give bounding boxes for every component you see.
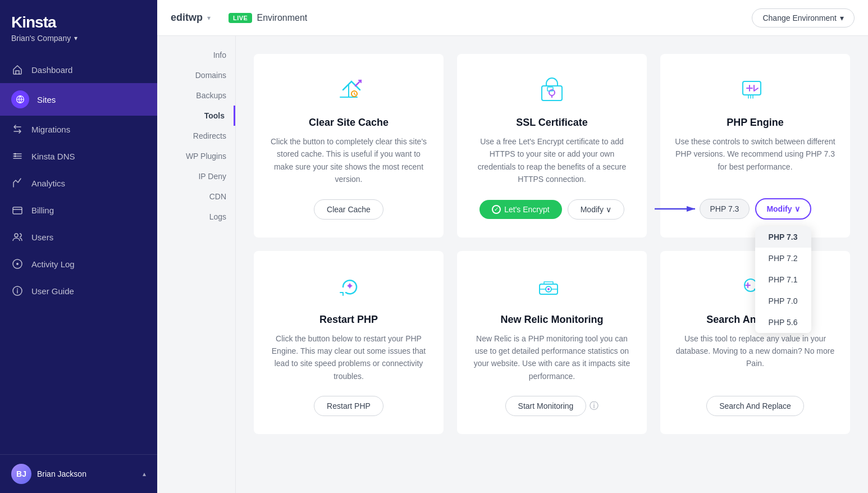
live-badge: LIVE bbox=[229, 13, 252, 23]
sidebar-item-label: Dashboard bbox=[31, 65, 72, 75]
sub-nav-cdn[interactable]: CDN bbox=[157, 186, 235, 207]
sidebar-item-kinsta-dns[interactable]: Kinsta DNS bbox=[0, 143, 157, 170]
sub-nav-logs[interactable]: Logs bbox=[157, 207, 235, 227]
svg-rect-3 bbox=[13, 207, 22, 214]
tool-description: Use these controls to switch between dif… bbox=[674, 135, 837, 185]
php-version-option-7-0[interactable]: PHP 7.0 bbox=[755, 290, 811, 312]
sidebar-item-analytics[interactable]: Analytics bbox=[0, 170, 157, 197]
tool-description: Use a free Let's Encrypt certificate to … bbox=[470, 135, 633, 186]
lets-encrypt-button[interactable]: ✓ Let's Encrypt bbox=[479, 200, 562, 219]
avatar: BJ bbox=[11, 464, 31, 484]
tool-description: Click the button below to restart your P… bbox=[267, 332, 430, 383]
content-area: Info Domains Backups Tools Redirects WP … bbox=[157, 36, 868, 493]
tool-title: Clear Site Cache bbox=[309, 117, 389, 129]
start-monitoring-button[interactable]: Start Monitoring bbox=[505, 396, 587, 416]
sidebar-item-sites[interactable]: Sites bbox=[0, 83, 157, 116]
new-relic-help-icon: ⓘ bbox=[590, 400, 599, 412]
svg-point-6 bbox=[16, 263, 19, 265]
user-profile-button[interactable]: BJ Brian Jackson bbox=[11, 464, 86, 484]
sidebar-item-dashboard[interactable]: Dashboard bbox=[0, 56, 157, 83]
php-version-option-5-6[interactable]: PHP 5.6 bbox=[755, 312, 811, 333]
lets-encrypt-circle-icon: ✓ bbox=[492, 205, 501, 214]
tool-card-restart-php: Restart PHP Click the button below to re… bbox=[254, 251, 444, 435]
php-version-option-7-1[interactable]: PHP 7.1 bbox=[755, 269, 811, 290]
sub-nav-redirects[interactable]: Redirects bbox=[157, 126, 235, 146]
sidebar-item-label: Migrations bbox=[31, 125, 70, 134]
logo-text: Kinsta bbox=[11, 13, 146, 31]
activity-icon bbox=[11, 258, 24, 270]
tool-description: Click the button to completely clear thi… bbox=[267, 135, 430, 186]
ssl-modify-button[interactable]: Modify ∨ bbox=[568, 199, 624, 220]
main-wrapper: editwp ▾ LIVE Environment Change Environ… bbox=[157, 0, 868, 493]
site-dropdown-icon[interactable]: ▾ bbox=[207, 14, 211, 22]
sub-nav-tools[interactable]: Tools bbox=[157, 106, 235, 126]
tool-card-new-relic: New Relic Monitoring New Relic is a PHP … bbox=[457, 251, 647, 435]
sub-nav-domains[interactable]: Domains bbox=[157, 65, 235, 85]
sidebar-item-users[interactable]: Users bbox=[0, 223, 157, 250]
sub-nav-backups[interactable]: Backups bbox=[157, 85, 235, 106]
sidebar-item-label: Analytics bbox=[31, 179, 65, 188]
change-env-label: Change Environment bbox=[762, 13, 837, 22]
restart-php-button[interactable]: Restart PHP bbox=[314, 396, 383, 416]
analytics-icon bbox=[11, 177, 24, 189]
tools-content: Clear Site Cache Click the button to com… bbox=[236, 36, 868, 493]
sidebar-item-label: Billing bbox=[31, 206, 54, 215]
users-icon bbox=[11, 231, 24, 243]
tool-title: New Relic Monitoring bbox=[500, 314, 603, 326]
home-icon bbox=[11, 63, 24, 76]
php-version-badge: PHP 7.3 bbox=[700, 199, 750, 219]
clear-cache-button[interactable]: Clear Cache bbox=[314, 199, 383, 220]
tool-title: PHP Engine bbox=[727, 117, 784, 129]
clear-cache-icon bbox=[331, 72, 367, 108]
php-version-option-7-3[interactable]: PHP 7.3 bbox=[755, 226, 811, 248]
tool-card-php: PHP Engine Use these controls to switch … bbox=[660, 54, 850, 238]
sidebar-item-billing[interactable]: Billing bbox=[0, 197, 157, 223]
sidebar-item-user-guide[interactable]: User Guide bbox=[0, 277, 157, 304]
company-name: Brian's Company bbox=[11, 34, 71, 43]
company-chevron-icon: ▾ bbox=[74, 34, 77, 42]
search-replace-button[interactable]: Search And Replace bbox=[706, 396, 804, 416]
site-name: editwp bbox=[171, 12, 203, 24]
user-menu-chevron-icon[interactable]: ▴ bbox=[143, 470, 146, 478]
environment-label: Environment bbox=[257, 13, 307, 23]
tool-description: Use this tool to replace any value in yo… bbox=[674, 332, 837, 383]
new-relic-icon bbox=[534, 269, 570, 305]
svg-point-1 bbox=[15, 153, 16, 155]
svg-point-4 bbox=[15, 234, 18, 237]
company-selector[interactable]: Brian's Company ▾ bbox=[11, 34, 146, 43]
topbar: editwp ▾ LIVE Environment Change Environ… bbox=[157, 0, 868, 36]
svg-point-18 bbox=[547, 288, 550, 290]
tool-title: Restart PHP bbox=[319, 314, 378, 326]
svg-rect-9 bbox=[542, 86, 562, 101]
user-name: Brian Jackson bbox=[37, 469, 86, 478]
guide-icon bbox=[11, 285, 24, 297]
php-modify-chevron-icon: ∨ bbox=[794, 204, 800, 213]
sidebar-nav: Dashboard Sites Migrations bbox=[0, 52, 157, 454]
billing-icon bbox=[11, 204, 24, 216]
sidebar-item-activity-log[interactable]: Activity Log bbox=[0, 250, 157, 277]
sub-nav: Info Domains Backups Tools Redirects WP … bbox=[157, 36, 236, 493]
tool-card-ssl: SSL Certificate Use a free Let's Encrypt… bbox=[457, 54, 647, 238]
php-version-dropdown: PHP 7.3 PHP 7.2 PHP 7.1 PHP 7.0 PHP 5.6 bbox=[755, 226, 811, 333]
ssl-modify-chevron-icon: ∨ bbox=[606, 205, 611, 214]
php-version-option-7-2[interactable]: PHP 7.2 bbox=[755, 248, 811, 269]
topbar-left: editwp ▾ LIVE Environment bbox=[171, 12, 307, 24]
ssl-icon bbox=[534, 72, 570, 108]
php-modify-button[interactable]: Modify ∨ bbox=[755, 198, 811, 220]
migrations-icon bbox=[11, 123, 24, 135]
sidebar-item-migrations[interactable]: Migrations bbox=[0, 116, 157, 143]
sidebar-item-label: Kinsta DNS bbox=[31, 152, 75, 161]
sidebar-item-label: Sites bbox=[37, 95, 56, 104]
tool-description: New Relic is a PHP monitoring tool you c… bbox=[470, 332, 633, 383]
sub-nav-ip-deny[interactable]: IP Deny bbox=[157, 166, 235, 186]
change-environment-button[interactable]: Change Environment ▾ bbox=[752, 8, 855, 28]
sub-nav-wp-plugins[interactable]: WP Plugins bbox=[157, 146, 235, 166]
php-arrow-indicator bbox=[655, 203, 700, 214]
change-env-chevron-icon: ▾ bbox=[840, 13, 844, 22]
sub-nav-info[interactable]: Info bbox=[157, 45, 235, 65]
sidebar-logo-area: Kinsta Brian's Company ▾ bbox=[0, 0, 157, 52]
sidebar-item-label: Activity Log bbox=[31, 259, 75, 269]
sidebar-footer: BJ Brian Jackson ▴ bbox=[0, 454, 157, 493]
sidebar-item-label: Users bbox=[31, 232, 53, 242]
restart-php-icon bbox=[331, 269, 367, 305]
